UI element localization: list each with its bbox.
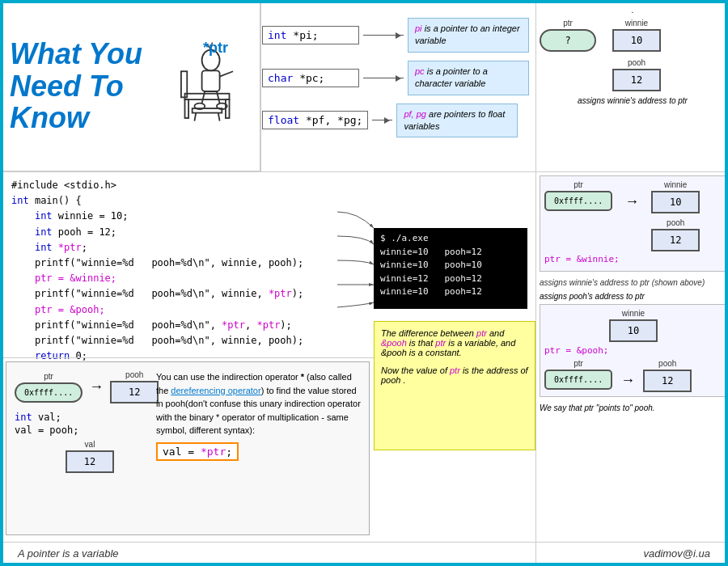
yellow-note-text2: Now the value of ptr is the address of p… [381,365,528,385]
code-main: int main() { [11,193,364,209]
diag3-bottom: ptr 0xffff.... → pooh 12 [544,359,721,392]
declarations-section: int *pi; pi is a pointer to an integer v… [262,10,529,146]
highlight-val-ptr: val = *ptr; [156,444,361,460]
note-italic: The difference between ptr and &pooh is … [381,328,515,357]
dot-label: . [540,6,726,15]
cartoon-figure: *ptr [171,38,252,135]
code-box-float-pf: float *pf, *pg; [262,111,368,129]
diag1-ptr-col: ptr ? [540,19,596,52]
code-ptr-pooh: ptr = &pooh; [11,302,364,318]
bot-int-val-line: int val; [15,412,144,423]
kw-int: int [268,29,286,41]
bot-ptr-label: ptr [44,372,53,381]
diag3-winnie-box: 10 [609,319,658,342]
decl-float-pf: float *pf, *pg; pf, pg are pointers to f… [262,103,529,138]
right-diagrams: ptr 0xffff.... → winnie 10 pooh 12 ptr =… [535,171,728,543]
diag3-pooh-label: pooh [658,359,676,368]
kw-int-main: int [11,195,29,206]
code-printf4: printf("winnie=%d pooh=%d\n", winnie, po… [11,333,364,348]
note-ptr2: ptr [435,338,446,348]
pc-varname: pc [415,66,425,76]
diag1-vars-col: winnie 10 pooh 12 [612,19,661,91]
terminal-line-2: winnie=10 pooh=10 [380,259,521,272]
diag1-ptr-label: ptr [563,19,573,27]
bot-pooh-label: pooh [125,370,143,379]
top-right-diagram: . ptr ? winnie 10 pooh 12 assigns winnie… [540,6,726,105]
diag3-code: ptr = &pooh; [544,345,721,356]
bot-arrow: → [89,378,104,395]
ptr-decl-star: *ptr [58,242,82,253]
diag3-pooh-box: 12 [643,370,692,392]
diag2-caption: assigns winnie's address to ptr (shown a… [540,278,726,287]
deref-link: dereferencing operator [171,386,260,395]
pi-varname: pi [415,23,422,33]
diag2-vars-col: winnie 10 pooh 12 [651,180,700,251]
bottom-left-inner: ptr 0xffff.... → pooh 12 int val; val = … [15,370,361,473]
ptr-label: *ptr [203,40,228,57]
v-divider-1 [260,2,261,171]
ptr-star-2: *ptr [222,319,245,331]
ptr-star-1: *ptr [269,288,292,299]
diag2-layout: ptr 0xffff.... → winnie 10 pooh 12 [544,180,721,251]
diag3-vars-col: winnie 10 [609,309,658,342]
arrow-pi [363,35,404,36]
terminal-line-4: winnie=10 pooh=12 [380,285,521,299]
bot-pooh-box: 12 [110,381,159,403]
diag3-caption: We say that ptr "points to" pooh. [540,403,726,412]
code-pf: *pf, *pg; [306,114,362,126]
title-block: What You Need To Know [10,38,171,134]
ptr-assign-w: ptr = &winnie; [35,272,116,284]
bot-ptr-pooh-diag: ptr 0xffff.... → pooh 12 [15,370,144,403]
code-ptr-decl: int *ptr; [11,240,364,256]
diag2-ptr-col: ptr 0xffff.... [544,180,612,211]
pi-desc-text: is a pointer to an integer variable [415,23,520,45]
diag3-top: winnie 10 [544,309,721,342]
diag1-pooh-label: pooh [628,58,645,67]
diag3-arrow: → [620,359,635,389]
bot-val-label: val [85,440,95,449]
footer-left: A pointer is a variable [18,547,119,560]
diag1-winnie-box: 10 [612,29,661,52]
kw-return: return [35,350,70,361]
code-winnie: int winnie = 10; [11,209,364,224]
footer-right: vadimov@i.ua [643,547,710,560]
star-ptr-code: *ptr [201,446,226,458]
code-section: #include <stdio.h> int main() { int winn… [2,171,374,357]
diag2-pooh-box: 12 [651,229,700,251]
bot-ptr-box: 0xffff.... [15,382,83,403]
diag2-pooh-label: pooh [667,218,684,227]
arrow-symbol-2: → [620,372,635,389]
bot-val-box: 12 [66,450,114,473]
ptr-star-3: *ptr [256,319,280,331]
diag2-ptr-label: ptr [574,180,583,189]
arrow-pc [363,78,404,78]
kw-float: float [268,114,299,126]
diag1-layout: ptr ? winnie 10 pooh 12 [540,19,726,91]
code-box-char-pc: char *pc; [262,69,359,87]
pc-desc-text: is a pointer to a character variable [415,66,488,88]
svg-line-15 [218,112,220,120]
svg-rect-1 [185,99,189,118]
desc-pf: pf, pg are pointers to float variables [396,103,518,138]
svg-rect-13 [193,108,222,113]
top-left-section: What You Need To Know *ptr [2,2,260,171]
diag2-code: ptr = &winnie; [544,254,721,264]
code-printf3: printf("winnie=%d pooh=%d\n", *ptr, *ptr… [11,318,364,333]
code-box-int-pi: int *pi; [262,26,359,44]
bot-ptr-col: ptr 0xffff.... [15,372,83,403]
diag3-winnie-label: winnie [622,309,645,318]
diag3-header: assigns pooh's address to ptr [540,292,726,301]
decl-int-pi: int *pi; pi is a pointer to an integer v… [262,18,529,53]
pf-varname: pf, pg [404,109,426,119]
diag3-ptr-box: 0xffff.... [544,370,612,390]
code-ptr-winnie: ptr = &winnie; [11,271,364,286]
bot-pooh-col: pooh 12 [110,370,159,403]
note-ptr3: ptr [450,365,460,375]
diag3-pooh-col: pooh 12 [643,359,692,392]
arrow-symbol: → [624,193,639,210]
code-pc: *pc; [299,72,324,84]
bot-text-content: You can use the indirection operator * (… [156,370,361,437]
svg-line-14 [194,112,196,120]
diag3-ptr-label: ptr [574,359,583,368]
terminal-line-3: winnie=12 pooh=12 [380,272,521,286]
